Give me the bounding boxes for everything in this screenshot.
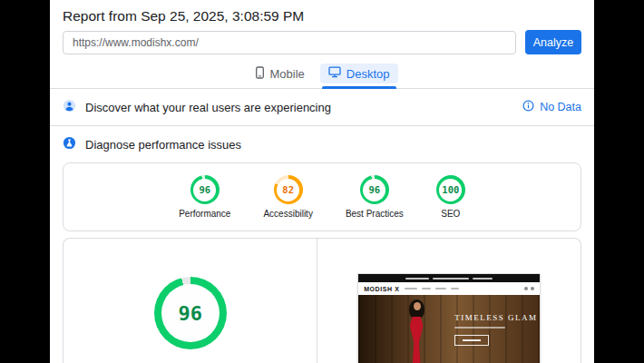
field-data-icon	[63, 99, 76, 115]
nav-link-deco	[451, 288, 459, 289]
field-data-status[interactable]: No Data	[522, 100, 581, 114]
tab-mobile[interactable]: Mobile	[247, 64, 313, 83]
tab-desktop-label: Desktop	[346, 67, 390, 81]
field-data-section: Discover what your real users are experi…	[50, 89, 594, 126]
announcement-text-deco	[473, 278, 493, 280]
score-label: Best Practices	[346, 209, 404, 219]
no-data-label: No Data	[540, 101, 581, 113]
mobile-icon	[255, 66, 265, 82]
site-hero: TIMELESS GLAM	[358, 295, 540, 363]
hero-title: TIMELESS GLAM	[454, 313, 537, 322]
info-icon[interactable]	[522, 100, 534, 114]
site-screenshot-panel: MODISH X	[317, 239, 581, 363]
score-value: 100	[439, 179, 462, 201]
site-screenshot: MODISH X	[357, 273, 541, 363]
score-ring: 96	[360, 175, 389, 204]
lab-data-icon	[63, 136, 76, 152]
score-label: SEO	[441, 209, 460, 219]
site-nav-bar: MODISH X	[358, 282, 540, 295]
score-gauge-performance: 96 Performance	[179, 175, 230, 219]
pagespeed-report: Report from Sep 25, 2025, 3:08:59 PM Ana…	[50, 0, 594, 363]
hero-shop-button	[454, 335, 489, 346]
lab-data-label: Diagnose performance issues	[85, 138, 241, 152]
site-logo: MODISH X	[364, 286, 399, 292]
url-input[interactable]	[63, 31, 516, 54]
nav-link-deco	[422, 288, 431, 289]
score-label: Performance	[179, 209, 230, 219]
nav-link-deco	[405, 288, 417, 289]
score-ring: 82	[274, 175, 303, 204]
desktop-icon	[328, 66, 341, 81]
score-value: 96	[193, 179, 216, 201]
hero-text-block: TIMELESS GLAM	[454, 313, 537, 346]
nav-icons	[524, 287, 534, 290]
field-data-label: Discover what your real users are experi…	[85, 101, 331, 114]
nav-link-deco	[435, 288, 446, 289]
model-red-dress	[404, 317, 429, 363]
tab-mobile-label: Mobile	[270, 67, 305, 81]
analyze-button[interactable]: Analyze	[525, 30, 581, 54]
score-label: Accessibility	[263, 209, 312, 219]
score-ring: 100	[436, 175, 465, 204]
screen: Report from Sep 25, 2025, 3:08:59 PM Ana…	[0, 0, 644, 363]
performance-gauge-panel: 96	[63, 239, 317, 363]
lab-data-section: Diagnose performance issues	[50, 126, 594, 162]
tab-desktop[interactable]: Desktop	[320, 64, 398, 83]
scores-summary-card: 96 Performance 82 Accessibility 96 Best …	[63, 162, 581, 231]
announcement-text-deco	[433, 278, 469, 280]
score-value: 82	[277, 179, 299, 201]
score-value: 96	[363, 179, 385, 201]
performance-detail-card: 96 MODISH X	[63, 238, 581, 363]
performance-big-gauge: 96	[154, 277, 227, 349]
site-announcement-bar	[358, 274, 540, 282]
performance-big-value: 96	[161, 284, 220, 342]
score-gauge-accessibility: 82 Accessibility	[263, 175, 312, 219]
url-bar: Analyze	[50, 28, 594, 60]
hero-subtitle-deco	[454, 327, 505, 329]
page-title: Report from Sep 25, 2025, 3:08:59 PM	[50, 0, 594, 28]
score-ring: 96	[190, 175, 220, 204]
cart-icon	[531, 287, 534, 290]
announcement-text-deco	[405, 278, 429, 280]
score-gauge-seo: 100 SEO	[436, 175, 465, 219]
score-gauge-best-practices: 96 Best Practices	[346, 175, 404, 219]
device-tabs: Mobile Desktop	[50, 60, 594, 89]
search-icon	[524, 287, 528, 290]
